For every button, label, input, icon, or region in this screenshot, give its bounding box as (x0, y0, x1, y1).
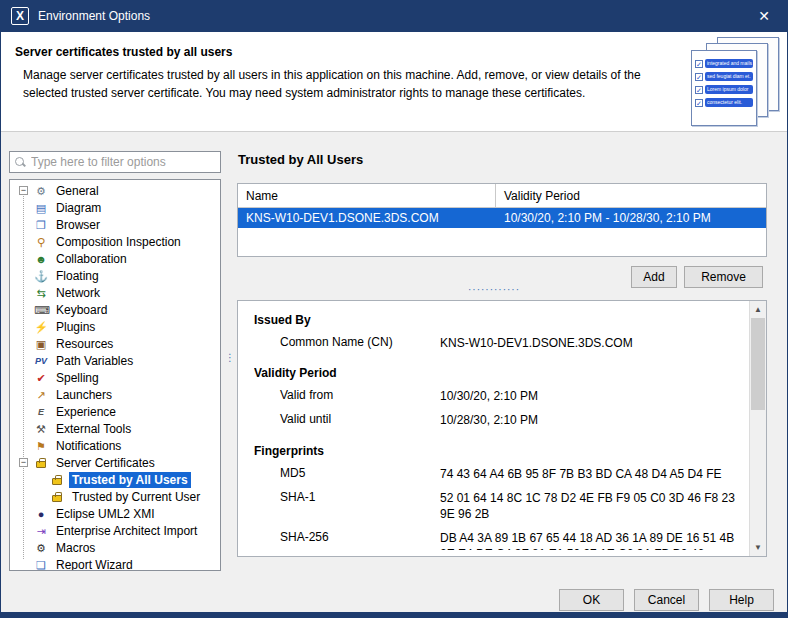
table-row[interactable]: KNS-W10-DEV1.DSONE.3DS.COM10/30/20, 2:10… (238, 208, 766, 228)
details-splitter[interactable] (237, 286, 751, 294)
external-tools-icon: ⚒ (34, 422, 48, 436)
tree-item-label: Macros (53, 540, 98, 556)
detail-row-sha-1: SHA-152 01 64 14 8C 1C 78 D2 4E FB F9 05… (254, 490, 740, 522)
composition-inspection-icon: ⚲ (34, 235, 48, 249)
tree-item-enterprise-architect-import[interactable]: ⇥Enterprise Architect Import (10, 522, 220, 539)
checkbox-checked-icon: ✓ (695, 60, 703, 68)
help-button[interactable]: Help (709, 589, 774, 611)
cert-line-label: consectetur elit. (705, 98, 753, 107)
tree-item-floating[interactable]: ⚓Floating (10, 267, 220, 284)
tree-item-browser[interactable]: ❐Browser (10, 216, 220, 233)
panel-title: Trusted by All Users (238, 152, 363, 167)
tree-item-external-tools[interactable]: ⚒External Tools (10, 420, 220, 437)
tree-item-collaboration[interactable]: ☻Collaboration (10, 250, 220, 267)
tree-item-label: Report Wizard (53, 557, 136, 572)
close-icon[interactable]: ✕ (741, 0, 787, 32)
tree-item-trusted-by-all-users[interactable]: Trusted by All Users (10, 471, 220, 488)
options-tree-items: ⚙General▤Diagram❐Browser⚲Composition Ins… (10, 182, 220, 571)
tree-item-network[interactable]: ⇆Network (10, 284, 220, 301)
tree-item-label: Floating (53, 268, 102, 284)
table-body: KNS-W10-DEV1.DSONE.3DS.COM10/30/20, 2:10… (238, 208, 766, 228)
tree-item-label: Experience (53, 404, 119, 420)
tree-item-launchers[interactable]: ↗Launchers (10, 386, 220, 403)
macros-icon: ⚙ (34, 541, 48, 555)
tree-item-macros[interactable]: ⚙Macros (10, 539, 220, 556)
browser-icon: ❐ (34, 218, 48, 232)
cert-validity-cell: 10/30/20, 2:10 PM - 10/28/30, 2:10 PM (496, 208, 719, 228)
launchers-icon: ↗ (34, 388, 48, 402)
header-panel: Server certificates trusted by all users… (1, 32, 787, 132)
page-description: Manage server certificates trusted by al… (1, 66, 787, 102)
tree-item-plugins[interactable]: ⚡Plugins (10, 318, 220, 335)
detail-row-valid-until: Valid until10/28/30, 2:10 PM (254, 412, 740, 428)
tree-item-label: Collaboration (53, 251, 130, 267)
checkbox-checked-icon: ✓ (695, 86, 703, 94)
detail-value: 74 43 64 A4 6B 95 8F 7B B3 BD CA 48 D4 A… (440, 466, 722, 482)
add-button[interactable]: Add (631, 266, 677, 288)
tree-item-server-certificates[interactable]: Server Certificates (10, 454, 220, 471)
panel-splitter[interactable] (225, 355, 235, 360)
search-icon (15, 157, 26, 168)
cert-line-label: sed feugiat diam et. (705, 72, 753, 81)
page-title: Server certificates trusted by all users (1, 32, 787, 66)
spelling-icon: ✔ (34, 371, 48, 385)
tree-item-label: Enterprise Architect Import (53, 523, 200, 539)
tree-item-experience[interactable]: EExperience (10, 403, 220, 420)
remove-button[interactable]: Remove (684, 266, 763, 288)
detail-label: Valid from (254, 388, 440, 402)
tree-item-diagram[interactable]: ▤Diagram (10, 199, 220, 216)
floating-icon: ⚓ (34, 269, 48, 283)
collapse-expander-icon[interactable] (19, 186, 28, 195)
diagram-icon: ▤ (34, 201, 48, 215)
scrollbar-thumb[interactable] (751, 318, 765, 410)
checkbox-checked-icon: ✓ (695, 73, 703, 81)
collapse-expander-icon[interactable] (19, 458, 28, 467)
filter-input[interactable] (31, 155, 215, 169)
tree-item-label: Server Certificates (53, 455, 158, 471)
tree-item-label: General (53, 183, 102, 199)
tree-item-label: Trusted by All Users (69, 472, 191, 488)
tree-item-report-wizard[interactable]: ❏Report Wizard (10, 556, 220, 571)
cancel-button[interactable]: Cancel (634, 589, 699, 611)
keyboard-icon: ⌨ (34, 303, 48, 317)
tree-item-general[interactable]: ⚙General (10, 182, 220, 199)
details-scrollbar[interactable] (749, 301, 766, 556)
tree-item-label: Eclipse UML2 XMI (53, 506, 158, 522)
tree-item-keyboard[interactable]: ⌨Keyboard (10, 301, 220, 318)
column-header-name[interactable]: Name (238, 184, 496, 207)
tree-item-label: Composition Inspection (53, 234, 184, 250)
app-logo-icon: X (11, 7, 29, 25)
tree-item-label: Launchers (53, 387, 115, 403)
tree-item-eclipse-uml2-xmi[interactable]: ●Eclipse UML2 XMI (10, 505, 220, 522)
window-title: Environment Options (38, 9, 150, 23)
tree-item-label: Spelling (53, 370, 102, 386)
certificate-page-icon: ✓integrated and mails✓sed feugiat diam e… (691, 50, 757, 126)
general-icon: ⚙ (34, 184, 48, 198)
detail-row-common-name-cn: Common Name (CN)KNS-W10-DEV1.DSONE.3DS.C… (254, 335, 740, 351)
tree-item-path-variables[interactable]: PVPath Variables (10, 352, 220, 369)
tree-item-composition-inspection[interactable]: ⚲Composition Inspection (10, 233, 220, 250)
tree-item-label: Notifications (53, 438, 124, 454)
cert-line: ✓consectetur elit. (695, 98, 753, 107)
resources-icon: ▣ (34, 337, 48, 351)
column-header-validity[interactable]: Validity Period (496, 184, 588, 207)
cert-line: ✓integrated and mails (695, 59, 753, 68)
table-header: Name Validity Period (238, 184, 766, 208)
detail-label: SHA-1 (254, 490, 440, 504)
scroll-down-icon[interactable] (750, 539, 766, 556)
section-title-fingerprints: Fingerprints (254, 444, 740, 458)
ok-button[interactable]: OK (559, 589, 624, 611)
scroll-up-icon[interactable] (750, 301, 766, 318)
collaboration-icon: ☻ (34, 252, 48, 266)
tree-item-label: Diagram (53, 200, 104, 216)
certificate-details-panel: Issued ByCommon Name (CN)KNS-W10-DEV1.DS… (237, 300, 767, 557)
tree-item-trusted-by-current-user[interactable]: Trusted by Current User (10, 488, 220, 505)
tree-item-notifications[interactable]: ⚑Notifications (10, 437, 220, 454)
detail-label: SHA-256 (254, 530, 440, 544)
tree-item-resources[interactable]: ▣Resources (10, 335, 220, 352)
section-title-validity-period: Validity Period (254, 366, 740, 380)
tree-item-spelling[interactable]: ✔Spelling (10, 369, 220, 386)
checkbox-checked-icon: ✓ (695, 99, 703, 107)
notifications-icon: ⚑ (34, 439, 48, 453)
plugins-icon: ⚡ (34, 320, 48, 334)
